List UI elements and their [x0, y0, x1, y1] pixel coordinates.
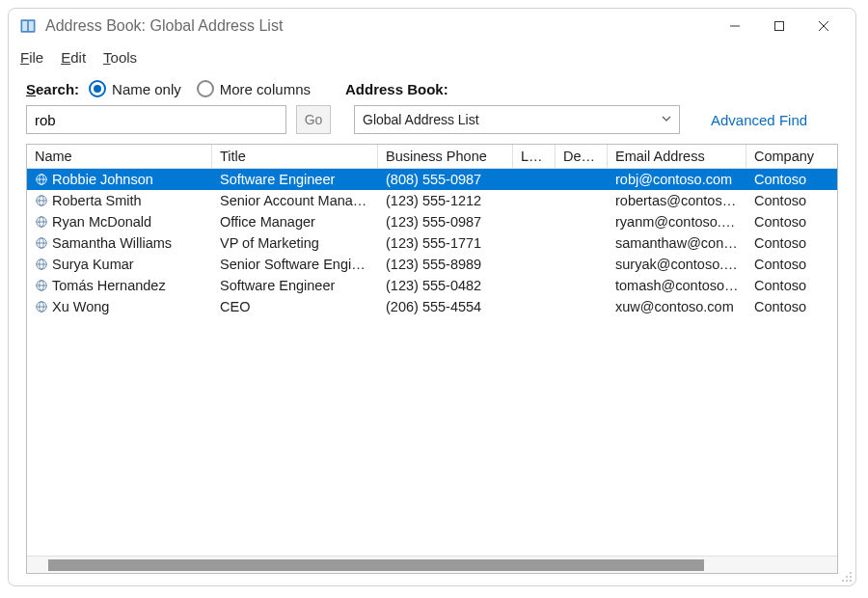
- col-department[interactable]: Depa…: [556, 145, 608, 168]
- col-email[interactable]: Email Address: [608, 145, 746, 168]
- search-input[interactable]: [26, 105, 286, 134]
- window-frame: Address Book: Global Address List File E…: [8, 8, 856, 586]
- input-row: Go Global Address List Advanced Find: [9, 105, 855, 144]
- globe-icon: [35, 215, 48, 229]
- cell-company: Contoso: [746, 257, 837, 272]
- table-row[interactable]: Roberta SmithSenior Account Manager(123)…: [27, 190, 837, 211]
- maximize-button[interactable]: [757, 9, 801, 43]
- svg-point-31: [842, 580, 844, 582]
- globe-icon: [35, 300, 48, 313]
- cell-email: xuw@contoso.com: [608, 299, 746, 314]
- search-row: Search: Name only More columns Address B…: [9, 70, 855, 105]
- cell-email: suryak@contoso.c…: [608, 257, 746, 272]
- window-controls: [713, 9, 846, 43]
- cell-phone: (123) 555-8989: [378, 257, 513, 272]
- table-row[interactable]: Robbie JohnsonSoftware Engineer(808) 555…: [27, 169, 837, 190]
- cell-phone: (123) 555-0482: [378, 278, 513, 293]
- minimize-button[interactable]: [713, 9, 757, 43]
- col-location[interactable]: Loc…: [513, 145, 556, 168]
- address-book-dropdown[interactable]: Global Address List: [354, 105, 680, 134]
- svg-point-32: [846, 580, 848, 582]
- cell-name: Roberta Smith: [52, 193, 142, 208]
- svg-rect-2: [29, 21, 34, 31]
- globe-icon: [35, 236, 48, 250]
- go-button-label: Go: [305, 112, 323, 127]
- globe-icon: [35, 173, 48, 186]
- radio-dot-icon: [197, 80, 214, 97]
- menubar: File Edit Tools: [9, 43, 855, 70]
- cell-phone: (206) 555-4554: [378, 299, 513, 314]
- cell-email: tomash@contoso.…: [608, 278, 746, 293]
- menu-tools[interactable]: Tools: [103, 49, 137, 66]
- cell-email: robj@contoso.com: [608, 172, 746, 187]
- scrollbar-thumb[interactable]: [48, 559, 704, 571]
- cell-phone: (808) 555-0987: [378, 172, 513, 187]
- globe-icon: [35, 258, 48, 271]
- svg-point-30: [850, 576, 852, 578]
- titlebar: Address Book: Global Address List: [9, 9, 855, 43]
- table-row[interactable]: Samantha WilliamsVP of Marketing(123) 55…: [27, 232, 837, 254]
- cell-name: Ryan McDonald: [52, 214, 151, 230]
- cell-name: Robbie Johnson: [52, 172, 153, 187]
- resize-grip-icon[interactable]: [840, 570, 854, 584]
- radio-more-columns[interactable]: More columns: [197, 80, 311, 97]
- grid-header: Name Title Business Phone Loc… Depa… Ema…: [27, 145, 837, 169]
- cell-company: Contoso: [746, 172, 837, 187]
- chevron-down-icon: [662, 113, 671, 126]
- radio-dot-icon: [89, 80, 106, 97]
- address-book-label: Address Book:: [345, 81, 448, 97]
- address-book-icon: [18, 16, 38, 36]
- globe-icon: [35, 194, 48, 207]
- col-phone[interactable]: Business Phone: [378, 145, 513, 168]
- table-row[interactable]: Xu WongCEO(206) 555-4554xuw@contoso.comC…: [27, 296, 837, 317]
- table-row[interactable]: Tomás HernandezSoftware Engineer(123) 55…: [27, 275, 837, 296]
- menu-edit[interactable]: Edit: [61, 49, 86, 66]
- grid-body: Robbie JohnsonSoftware Engineer(808) 555…: [27, 169, 837, 556]
- svg-rect-1: [22, 21, 27, 31]
- menu-file[interactable]: File: [20, 49, 43, 66]
- cell-email: robertas@contoso…: [608, 193, 746, 208]
- horizontal-scrollbar[interactable]: [27, 556, 837, 573]
- cell-company: Contoso: [746, 193, 837, 208]
- cell-name: Xu Wong: [52, 299, 109, 314]
- globe-icon: [35, 279, 48, 292]
- cell-phone: (123) 555-0987: [378, 214, 513, 230]
- cell-title: Office Manager: [212, 214, 378, 230]
- col-name[interactable]: Name: [27, 145, 212, 168]
- close-button[interactable]: [801, 9, 846, 43]
- col-title[interactable]: Title: [212, 145, 378, 168]
- cell-title: Software Engineer: [212, 278, 378, 293]
- svg-point-28: [850, 572, 852, 574]
- svg-rect-4: [775, 22, 784, 31]
- col-company[interactable]: Company: [746, 145, 837, 168]
- cell-name: Surya Kumar: [52, 257, 134, 272]
- results-grid: Name Title Business Phone Loc… Depa… Ema…: [26, 144, 838, 574]
- svg-point-29: [846, 576, 848, 578]
- cell-company: Contoso: [746, 214, 837, 230]
- cell-name: Tomás Hernandez: [52, 278, 166, 293]
- cell-company: Contoso: [746, 235, 837, 251]
- cell-title: Senior Software Engineer: [212, 257, 378, 272]
- cell-title: CEO: [212, 299, 378, 314]
- cell-company: Contoso: [746, 278, 837, 293]
- svg-point-33: [850, 580, 852, 582]
- cell-title: Software Engineer: [212, 172, 378, 187]
- cell-email: ryanm@contoso.c…: [608, 214, 746, 230]
- cell-name: Samantha Williams: [52, 235, 172, 251]
- window-title: Address Book: Global Address List: [45, 17, 283, 35]
- cell-title: VP of Marketing: [212, 235, 378, 251]
- cell-title: Senior Account Manager: [212, 193, 378, 208]
- table-row[interactable]: Ryan McDonaldOffice Manager(123) 555-098…: [27, 211, 837, 232]
- advanced-find-link[interactable]: Advanced Find: [711, 112, 807, 128]
- radio-name-only[interactable]: Name only: [89, 80, 181, 97]
- search-label: Search:: [26, 81, 79, 97]
- go-button[interactable]: Go: [296, 105, 331, 134]
- cell-email: samanthaw@cont…: [608, 235, 746, 251]
- table-row[interactable]: Surya KumarSenior Software Engineer(123)…: [27, 254, 837, 275]
- cell-phone: (123) 555-1771: [378, 235, 513, 251]
- cell-phone: (123) 555-1212: [378, 193, 513, 208]
- address-book-value: Global Address List: [363, 112, 479, 127]
- cell-company: Contoso: [746, 299, 837, 314]
